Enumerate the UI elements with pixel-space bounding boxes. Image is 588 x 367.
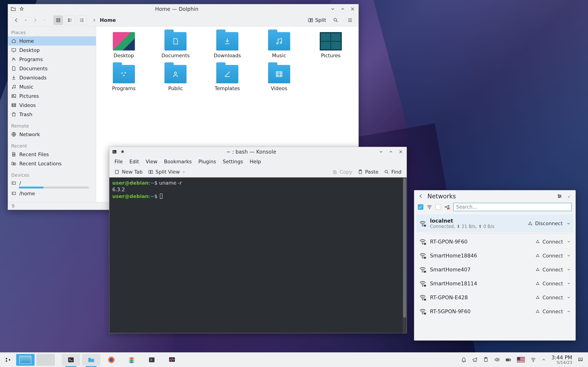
networks-search-input[interactable]: Search... [453, 203, 572, 211]
task-desktop-2[interactable] [36, 354, 55, 366]
close-icon[interactable] [398, 149, 404, 155]
menu-plugins[interactable]: Plugins [198, 159, 216, 164]
network-item[interactable]: SmartHome18846Connect [416, 249, 573, 263]
menu-help[interactable]: Help [250, 159, 261, 164]
sidebar-item-videos[interactable]: Videos [8, 100, 96, 110]
forward-button[interactable] [30, 16, 40, 25]
chevron-down-icon[interactable] [567, 295, 571, 300]
clock[interactable]: 3:44 PM 5/14/23 [552, 355, 572, 364]
chevron-down-icon[interactable] [567, 267, 571, 272]
menu-view[interactable]: View [146, 159, 157, 164]
sidebar-item-recent-files[interactable]: Recent Files [8, 150, 96, 159]
hamburger-menu-button[interactable] [345, 16, 355, 25]
maximize-icon[interactable] [388, 149, 394, 155]
network-item[interactable]: SmartHome18114Connect [416, 276, 573, 291]
konsole-titlebar[interactable]: ~ : bash — Konsole [109, 147, 407, 157]
find-button[interactable]: Find [384, 169, 401, 175]
clipboard-icon[interactable] [483, 357, 489, 362]
new-tab-button[interactable]: New Tab [114, 169, 143, 175]
chevron-down-icon[interactable] [567, 240, 571, 244]
folder-item-public[interactable]: Public [157, 65, 194, 91]
sidebar-item-downloads[interactable]: Downloads [8, 73, 96, 82]
split-view-button[interactable]: Split View [148, 169, 185, 175]
folder-item-music[interactable]: Music [261, 32, 297, 58]
volume-icon[interactable] [494, 357, 500, 362]
sidebar-item-music[interactable]: Music [8, 82, 96, 91]
maximize-icon[interactable] [339, 6, 346, 12]
menu-bookmarks[interactable]: Bookmarks [164, 159, 192, 164]
sidebar-item-pictures[interactable]: Pictures [8, 91, 96, 100]
sidebar-device-root[interactable]: / [8, 179, 96, 189]
network-item[interactable]: SmartHome407Connect [416, 263, 573, 276]
folder-item-videos[interactable]: Videos [261, 65, 297, 91]
view-compact-button[interactable] [65, 16, 75, 25]
chevron-down-icon[interactable] [566, 221, 571, 226]
copy-button[interactable]: Copy [332, 169, 352, 175]
folder-item-downloads[interactable]: Downloads [209, 32, 246, 58]
menu-edit[interactable]: Edit [129, 159, 139, 164]
keyboard-layout-flag[interactable] [517, 357, 525, 362]
chevron-down-icon[interactable] [567, 309, 571, 313]
filter-checkbox-all[interactable]: ✓ [418, 204, 423, 210]
sidebar-device-home[interactable]: /home [8, 189, 96, 198]
view-icons-button[interactable] [53, 16, 63, 25]
split-button[interactable]: Split [308, 17, 326, 23]
menu-file[interactable]: File [114, 159, 123, 164]
tray-chevron-icon[interactable] [542, 358, 546, 362]
connect-button[interactable]: Connect [536, 281, 563, 286]
breadcrumb-home[interactable]: Home [100, 17, 116, 23]
task-desktop-1[interactable] [16, 354, 35, 366]
network-item[interactable]: RT-5GPON-9F60Connect [416, 304, 573, 318]
battery-icon[interactable] [505, 357, 511, 362]
search-button[interactable] [331, 16, 340, 25]
network-item-connected[interactable]: localnet Connected, ⬇ 21 B/s, ⬆ 0 B/s Di… [416, 215, 573, 232]
folder-item-programs[interactable]: Programs [105, 65, 142, 91]
wifi-icon[interactable] [427, 204, 432, 210]
back-button[interactable] [12, 16, 21, 25]
telegram-icon[interactable] [472, 357, 477, 362]
sidebar-item-recent-locations[interactable]: Recent Locations [8, 159, 96, 168]
chevron-down-icon[interactable] [567, 282, 571, 285]
folder-item-templates[interactable]: Templates [209, 65, 246, 91]
connect-button[interactable]: Connect [536, 309, 563, 314]
app-launcher-button[interactable] [2, 354, 14, 366]
folder-item-desktop[interactable]: Desktop [105, 32, 142, 58]
sidebar-item-programs[interactable]: Programs [8, 55, 96, 64]
sidebar-item-documents[interactable]: Documents [8, 64, 96, 73]
sidebar-item-desktop[interactable]: Desktop [8, 45, 96, 55]
forward-history-button[interactable] [42, 16, 47, 25]
back-icon[interactable] [418, 193, 424, 199]
folder-item-documents[interactable]: Documents [157, 32, 194, 58]
folder-item-pictures[interactable]: Pictures [312, 32, 349, 58]
task-firefox[interactable] [102, 354, 121, 366]
back-history-button[interactable] [23, 16, 28, 25]
connect-button[interactable]: Connect [536, 267, 563, 273]
network-item[interactable]: RT-GPON-E428Connect [416, 291, 573, 304]
pin-icon[interactable] [567, 193, 571, 199]
network-tray-icon[interactable] [530, 357, 536, 362]
pin-icon[interactable] [120, 150, 125, 154]
airplane-off-icon[interactable]: × [444, 204, 450, 210]
connect-button[interactable]: Connect [536, 239, 563, 245]
connect-button[interactable]: Connect [536, 295, 563, 300]
show-desktop-button[interactable] [578, 357, 583, 362]
disconnect-button[interactable]: Disconnect [528, 221, 563, 226]
task-terminal-app[interactable] [143, 354, 161, 366]
sidebar-item-network[interactable]: Network [8, 130, 96, 139]
sidebar-item-trash[interactable]: Trash [8, 110, 96, 119]
paste-button[interactable]: Paste [358, 169, 379, 175]
view-details-button[interactable] [77, 16, 86, 25]
chevron-down-icon[interactable] [567, 254, 571, 258]
konsole-scrollbar[interactable] [403, 177, 407, 333]
task-konsole[interactable] [62, 354, 80, 366]
close-icon[interactable] [349, 6, 356, 12]
konsole-terminal[interactable]: user@debian:~$ uname -r 6.3.2 user@debia… [109, 177, 407, 333]
minimize-icon[interactable] [329, 6, 336, 12]
notifications-icon[interactable] [461, 357, 467, 362]
filter-checkbox-wired[interactable] [435, 204, 441, 210]
settings-icon[interactable] [557, 193, 562, 199]
pin-icon[interactable] [19, 7, 24, 11]
network-item[interactable]: RT-GPON-9F60Connect [416, 235, 573, 249]
minimize-icon[interactable] [378, 149, 384, 155]
task-onlyoffice[interactable] [122, 354, 141, 366]
